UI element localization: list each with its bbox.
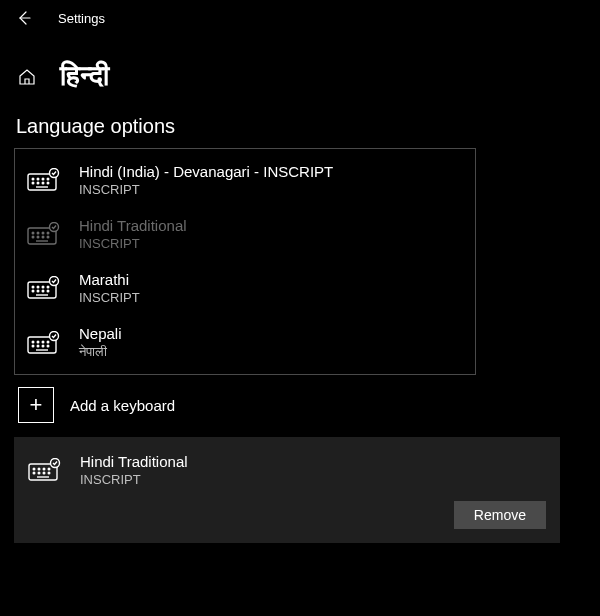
svg-point-23 [32, 286, 34, 288]
keyboard-sub: INSCRIPT [80, 472, 188, 487]
keyboard-sub: INSCRIPT [79, 236, 187, 251]
svg-point-50 [38, 472, 40, 474]
svg-point-19 [47, 236, 49, 238]
keyboard-icon [27, 222, 61, 246]
svg-point-27 [32, 290, 34, 292]
settings-title: Settings [58, 11, 105, 26]
page-title: हिन्दी [60, 60, 109, 93]
keyboard-item[interactable]: Hindi (India) - Devanagari - INSCRIPT IN… [15, 153, 475, 207]
svg-point-45 [33, 468, 35, 470]
svg-point-37 [47, 341, 49, 343]
svg-point-7 [42, 182, 44, 184]
keyboard-icon [28, 458, 62, 482]
svg-point-14 [42, 232, 44, 234]
keyboard-item-selected[interactable]: Hindi Traditional INSCRIPT [28, 449, 546, 501]
add-keyboard-button[interactable]: + Add a keyboard [14, 375, 476, 435]
svg-point-40 [42, 345, 44, 347]
svg-point-41 [47, 345, 49, 347]
back-icon[interactable] [16, 10, 32, 26]
svg-point-30 [47, 290, 49, 292]
selected-keyboard-panel: Hindi Traditional INSCRIPT Remove [14, 437, 560, 543]
svg-point-39 [37, 345, 39, 347]
svg-point-1 [32, 178, 34, 180]
keyboard-name: Marathi [79, 271, 140, 288]
svg-point-15 [47, 232, 49, 234]
keyboard-sub: INSCRIPT [79, 182, 333, 197]
svg-point-34 [32, 341, 34, 343]
svg-point-25 [42, 286, 44, 288]
svg-point-38 [32, 345, 34, 347]
svg-point-4 [47, 178, 49, 180]
svg-point-16 [32, 236, 34, 238]
keyboard-name: Hindi Traditional [79, 217, 187, 234]
svg-point-2 [37, 178, 39, 180]
keyboard-name: Nepali [79, 325, 122, 342]
keyboard-sub: नेपाली [79, 344, 122, 360]
section-heading: Language options [14, 115, 588, 138]
svg-point-18 [42, 236, 44, 238]
svg-point-52 [48, 472, 50, 474]
svg-point-13 [37, 232, 39, 234]
keyboard-item[interactable]: Marathi INSCRIPT [15, 261, 475, 315]
svg-point-29 [42, 290, 44, 292]
keyboard-sub: INSCRIPT [79, 290, 140, 305]
keyboard-list: Hindi (India) - Devanagari - INSCRIPT IN… [14, 148, 476, 375]
keyboard-name: Hindi Traditional [80, 453, 188, 470]
svg-point-51 [43, 472, 45, 474]
svg-point-26 [47, 286, 49, 288]
remove-button[interactable]: Remove [454, 501, 546, 529]
keyboard-name: Hindi (India) - Devanagari - INSCRIPT [79, 163, 333, 180]
svg-point-24 [37, 286, 39, 288]
svg-point-5 [32, 182, 34, 184]
keyboard-icon [27, 168, 61, 192]
plus-icon: + [18, 387, 54, 423]
svg-point-46 [38, 468, 40, 470]
svg-point-35 [37, 341, 39, 343]
svg-point-48 [48, 468, 50, 470]
svg-point-36 [42, 341, 44, 343]
keyboard-item[interactable]: Nepali नेपाली [15, 315, 475, 370]
svg-point-28 [37, 290, 39, 292]
keyboard-item: Hindi Traditional INSCRIPT [15, 207, 475, 261]
keyboard-icon [27, 331, 61, 355]
svg-point-3 [42, 178, 44, 180]
svg-point-47 [43, 468, 45, 470]
svg-point-6 [37, 182, 39, 184]
add-keyboard-label: Add a keyboard [70, 397, 175, 414]
svg-point-8 [47, 182, 49, 184]
keyboard-icon [27, 276, 61, 300]
svg-point-12 [32, 232, 34, 234]
svg-point-49 [33, 472, 35, 474]
home-icon[interactable] [18, 68, 36, 86]
svg-point-17 [37, 236, 39, 238]
